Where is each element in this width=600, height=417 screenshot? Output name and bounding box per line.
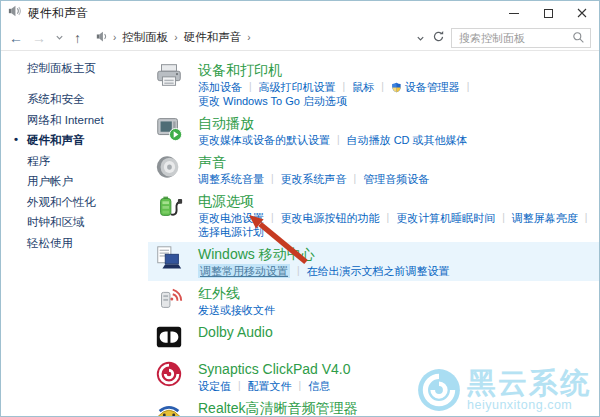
task-link[interactable]: 更改电源按钮的功能 xyxy=(281,211,380,225)
sidebar-item[interactable]: •硬件和声音 xyxy=(27,133,148,147)
sidebar-item[interactable]: 时钟和区域 xyxy=(27,215,148,229)
link-separator: | xyxy=(343,80,346,94)
task-link[interactable]: 设定值 xyxy=(198,379,231,393)
hardware-sound-icon xyxy=(96,30,109,45)
minimize-button[interactable] xyxy=(497,1,531,25)
category-row: Windows 移动中心调整常用移动设置|在给出演示文档之前调整设置 xyxy=(148,242,599,281)
sidebar-item[interactable]: 用户帐户 xyxy=(27,174,148,188)
maximize-button[interactable] xyxy=(531,1,565,25)
task-link[interactable]: 高级打印机设置 xyxy=(259,80,336,94)
category-title[interactable]: 自动播放 xyxy=(198,115,254,132)
task-link-label: 在给出演示文档之前调整设置 xyxy=(307,264,450,278)
search-icon xyxy=(572,31,585,44)
task-link[interactable]: 添加设备 xyxy=(198,80,242,94)
category-title[interactable]: 声音 xyxy=(198,154,226,171)
task-link[interactable]: 更改计算机睡眠时间 xyxy=(396,211,495,225)
task-link-label: 更改系统声音 xyxy=(281,172,347,186)
task-link[interactable]: 调整常用移动设置 xyxy=(198,264,290,278)
category-row: 自动播放更改媒体或设备的默认设置|自动播放 CD 或其他媒体 xyxy=(148,111,599,150)
category-title[interactable]: Realtek高清晰音频管理器 xyxy=(198,400,357,417)
category-row: 红外线发送或接收文件 xyxy=(148,281,599,320)
address-bar[interactable]: › 控制面板 › 硬件和声音 › xyxy=(96,30,414,45)
up-button[interactable]: ↑ xyxy=(74,31,81,45)
task-link[interactable]: 发送或接收文件 xyxy=(198,303,275,317)
recent-locations-button[interactable] xyxy=(55,33,64,42)
task-link-label: 选择电源计划 xyxy=(198,225,264,239)
task-link-label: 调整常用移动设置 xyxy=(200,264,288,278)
task-link[interactable]: 鼠标 xyxy=(352,80,374,94)
link-separator: | xyxy=(271,172,274,186)
category-title[interactable]: 红外线 xyxy=(198,285,240,302)
task-link[interactable]: 调整屏幕亮度 xyxy=(512,211,578,225)
sidebar-item-home[interactable]: 控制面板主页 xyxy=(27,61,148,76)
close-button[interactable] xyxy=(565,1,599,25)
content-area: 控制面板主页 系统和安全网络和 Internet•硬件和声音程序用户帐户外观和个… xyxy=(1,51,599,415)
realtek-icon xyxy=(153,398,185,417)
sidebar-item-label: 网络和 Internet xyxy=(27,114,104,126)
minimize-icon xyxy=(509,13,519,14)
breadcrumb-separator: › xyxy=(247,32,250,43)
autoplay-icon xyxy=(153,113,185,145)
task-link[interactable]: 设备管理器 xyxy=(391,80,460,94)
category-list: 设备和打印机添加设备|高级打印机设置|鼠标|设备管理器|更改 Windows T… xyxy=(148,51,599,415)
back-button[interactable]: ← xyxy=(9,31,23,45)
category-body: 自动播放更改媒体或设备的默认设置|自动播放 CD 或其他媒体 xyxy=(198,113,468,147)
category-title[interactable]: 设备和打印机 xyxy=(198,62,282,79)
category-title[interactable]: 电源选项 xyxy=(198,193,254,210)
sidebar-item[interactable]: 网络和 Internet xyxy=(27,113,148,127)
task-link[interactable]: 调整系统音量 xyxy=(198,172,264,186)
task-link[interactable]: 信息 xyxy=(308,379,330,393)
sidebar-item-label: 程序 xyxy=(27,155,50,167)
task-link-label: 更改电池设置 xyxy=(198,211,264,225)
sidebar-item[interactable]: 轻松使用 xyxy=(27,236,148,250)
sidebar-item[interactable]: 程序 xyxy=(27,154,148,168)
sidebar-item-label: 外观和个性化 xyxy=(27,196,96,208)
watermark-name: 黑云系统 xyxy=(467,368,591,398)
category-body: 设备和打印机添加设备|高级打印机设置|鼠标|设备管理器|更改 Windows T… xyxy=(198,60,599,108)
task-link[interactable]: 更改系统声音 xyxy=(281,172,347,186)
refresh-button[interactable] xyxy=(432,29,445,47)
dolby-icon xyxy=(153,322,185,354)
address-tools xyxy=(416,29,445,47)
search-input[interactable] xyxy=(457,31,572,45)
task-link[interactable]: 自动播放 CD 或其他媒体 xyxy=(347,133,468,147)
watermark-url: heiyunxitong.com xyxy=(467,398,572,412)
task-link-label: 发送或接收文件 xyxy=(198,303,275,317)
breadcrumb-hardware-sound[interactable]: 硬件和声音 xyxy=(184,30,242,45)
task-link[interactable]: 管理音频设备 xyxy=(363,172,429,186)
search-box[interactable] xyxy=(451,28,591,48)
task-link[interactable]: 在给出演示文档之前调整设置 xyxy=(307,264,450,278)
task-link[interactable]: 选择电源计划 xyxy=(198,225,264,239)
category-body: 声音调整系统音量|更改系统声音|管理音频设备 xyxy=(198,152,429,186)
link-separator: | xyxy=(249,80,252,94)
infrared-icon xyxy=(153,283,185,315)
refresh-icon xyxy=(432,30,445,43)
forward-button[interactable]: → xyxy=(32,31,46,45)
link-separator: | xyxy=(271,211,274,225)
category-title[interactable]: Windows 移动中心 xyxy=(198,246,315,263)
task-link[interactable]: 更改媒体或设备的默认设置 xyxy=(198,133,330,147)
synaptics-icon xyxy=(153,359,185,391)
task-link[interactable]: 配置文件 xyxy=(248,379,292,393)
address-dropdown-button[interactable] xyxy=(416,29,425,47)
category-body: Realtek高清晰音频管理器 xyxy=(198,398,357,417)
category-title[interactable]: Dolby Audio xyxy=(198,324,273,341)
sidebar-item[interactable]: 系统和安全 xyxy=(27,92,148,106)
task-link-label: 更改 Windows To Go 启动选项 xyxy=(198,94,347,108)
link-separator: | xyxy=(297,264,300,278)
sidebar-item[interactable]: 外观和个性化 xyxy=(27,195,148,209)
task-link[interactable]: 更改 Windows To Go 启动选项 xyxy=(198,94,347,108)
sidebar-list: 系统和安全网络和 Internet•硬件和声音程序用户帐户外观和个性化时钟和区域… xyxy=(27,92,148,250)
task-links: 设定值|配置文件|信息 xyxy=(198,379,351,393)
category-title[interactable]: Synaptics ClickPad V4.0 xyxy=(198,361,351,378)
breadcrumb-separator: › xyxy=(174,32,177,43)
task-link[interactable]: 更改电池设置 xyxy=(198,211,264,225)
speaker-icon xyxy=(153,152,185,184)
link-separator: | xyxy=(467,80,470,94)
breadcrumb-separator: › xyxy=(113,32,116,43)
task-links: 调整系统音量|更改系统声音|管理音频设备 xyxy=(198,172,429,186)
watermark: 黑云系统 heiyunxitong.com xyxy=(416,367,591,413)
category-row: Dolby Audio xyxy=(148,320,599,357)
link-separator: | xyxy=(337,133,340,147)
breadcrumb-control-panel[interactable]: 控制面板 xyxy=(122,30,168,45)
